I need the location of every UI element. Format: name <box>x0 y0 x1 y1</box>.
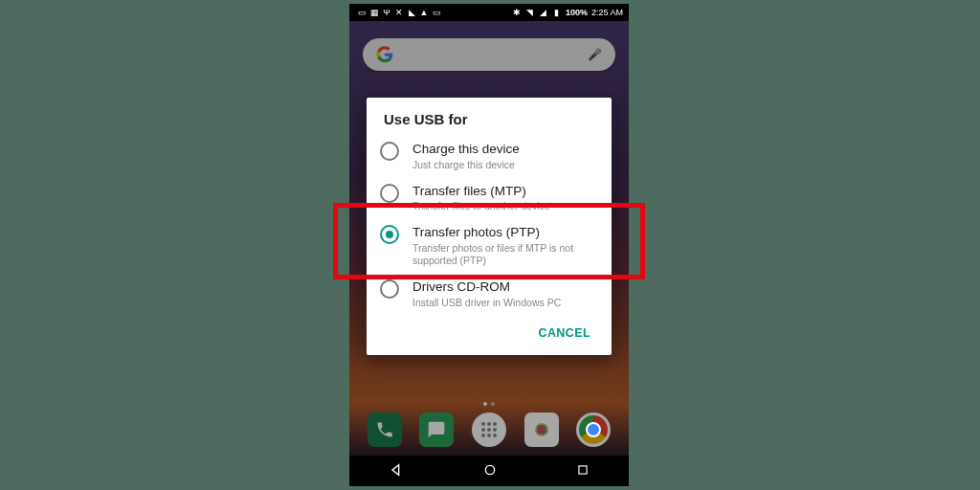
usb-dialog: Use USB for Charge this device Just char… <box>367 98 612 355</box>
radio-icon <box>380 279 399 299</box>
battery-icon: ▮ <box>552 8 562 17</box>
nav-icon: ◣ <box>407 8 416 17</box>
option-ptp[interactable]: Transfer photos (PTP) Transfer photos or… <box>367 218 612 273</box>
status-bar: ▭ ▦ Ψ ✕ ◣ ▲ ▭ ✱ ◥ ◢ ▮ 100% 2:25 AM <box>349 4 629 21</box>
back-button[interactable] <box>389 462 404 480</box>
option-subtitle: Transfer photos or files if MTP is not s… <box>412 242 596 267</box>
notification-icon: ▭ <box>357 8 367 17</box>
dialog-actions: CANCEL <box>367 315 612 349</box>
svg-rect-1 <box>579 465 587 473</box>
radio-icon <box>380 184 399 203</box>
calendar-icon: ▦ <box>369 8 379 17</box>
wifi-icon: ◥ <box>525 8 535 17</box>
clock: 2:25 AM <box>591 8 623 17</box>
svg-point-0 <box>485 465 494 474</box>
dialog-title: Use USB for <box>367 111 612 135</box>
usb-icon: Ψ <box>382 8 391 17</box>
recents-button[interactable] <box>576 463 590 479</box>
navigation-bar <box>349 456 629 486</box>
option-subtitle: Install USB driver in Windows PC <box>412 297 561 309</box>
option-label: Charge this device <box>412 141 520 158</box>
card-icon: ▭ <box>432 8 441 17</box>
phone-frame: ▭ ▦ Ψ ✕ ◣ ▲ ▭ ✱ ◥ ◢ ▮ 100% 2:25 AM 🎤 <box>349 4 629 486</box>
option-mtp[interactable]: Transfer files (MTP) Transfer files to a… <box>367 177 612 219</box>
settings-icon: ✕ <box>394 8 404 17</box>
battery-percent: 100% <box>566 8 588 17</box>
signal-icon: ◢ <box>539 8 548 17</box>
bluetooth-icon: ✱ <box>512 8 522 17</box>
option-label: Drivers CD-ROM <box>412 278 561 296</box>
radio-icon <box>380 142 399 161</box>
cancel-button[interactable]: CANCEL <box>531 321 598 345</box>
option-subtitle: Transfer files to another device <box>412 200 550 212</box>
home-button[interactable] <box>482 462 498 480</box>
radio-icon <box>380 225 399 244</box>
option-cdrom[interactable]: Drivers CD-ROM Install USB driver in Win… <box>367 273 612 315</box>
option-label: Transfer photos (PTP) <box>412 224 596 241</box>
option-label: Transfer files (MTP) <box>412 183 550 200</box>
option-charge[interactable]: Charge this device Just charge this devi… <box>367 135 612 177</box>
warning-icon: ▲ <box>419 8 429 17</box>
option-subtitle: Just charge this device <box>412 159 520 171</box>
